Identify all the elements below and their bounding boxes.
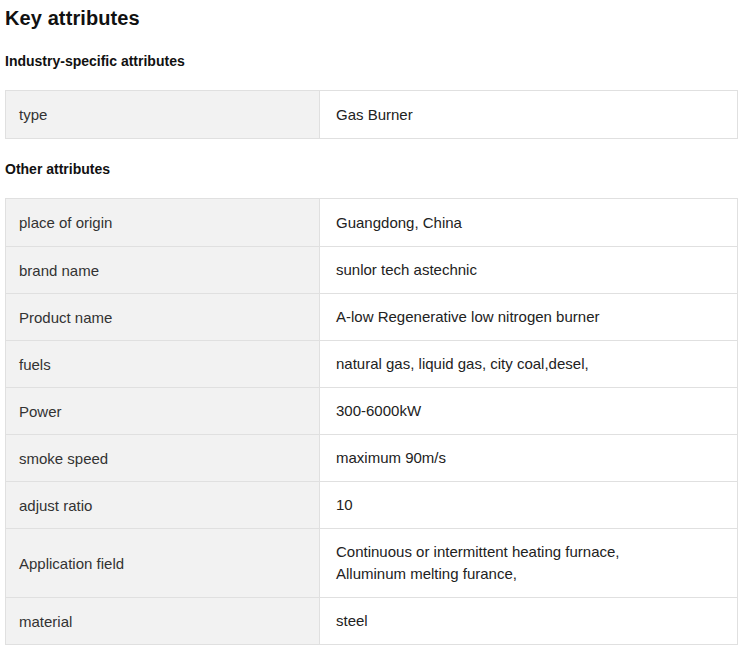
attribute-label: material [6,598,320,644]
table-row: Product name A-low Regenerative low nitr… [6,293,737,340]
table-row: material steel [6,597,737,644]
table-row: brand name sunlor tech astechnic [6,246,737,293]
attribute-value: steel [320,598,737,644]
table-row: smoke speed maximum 90m/s [6,434,737,481]
section-heading: Industry-specific attributes [5,53,738,69]
attribute-label: type [6,91,320,138]
attribute-value: 300-6000kW [320,388,737,434]
attribute-value: sunlor tech astechnic [320,247,737,293]
attribute-label: Product name [6,294,320,340]
attribute-label: brand name [6,247,320,293]
attribute-value: Gas Burner [320,91,737,138]
table-row: fuels natural gas, liquid gas, city coal… [6,340,737,387]
table-row: place of origin Guangdong, China [6,199,737,246]
attribute-label: adjust ratio [6,482,320,528]
attribute-label: Application field [6,529,320,597]
attribute-value: 10 [320,482,737,528]
table-row: type Gas Burner [6,91,737,138]
attribute-value: A-low Regenerative low nitrogen burner [320,294,737,340]
attribute-label: fuels [6,341,320,387]
page-title: Key attributes [5,6,738,30]
attribute-value: maximum 90m/s [320,435,737,481]
attribute-value: natural gas, liquid gas, city coal,desel… [320,341,737,387]
attribute-label: smoke speed [6,435,320,481]
attribute-value: Continuous or intermittent heating furna… [320,529,737,597]
attributes-table: type Gas Burner [5,90,738,139]
attributes-panel: Key attributes Industry-specific attribu… [0,0,743,645]
table-row: adjust ratio 10 [6,481,737,528]
table-row: Power 300-6000kW [6,387,737,434]
attributes-table: place of origin Guangdong, China brand n… [5,198,738,645]
attribute-label: place of origin [6,199,320,246]
attribute-value: Guangdong, China [320,199,737,246]
attributes-section: Other attributes place of origin Guangdo… [5,161,738,645]
attribute-label: Power [6,388,320,434]
attributes-section: Industry-specific attributes type Gas Bu… [5,53,738,139]
section-heading: Other attributes [5,161,738,177]
table-row: Application field Continuous or intermit… [6,528,737,597]
